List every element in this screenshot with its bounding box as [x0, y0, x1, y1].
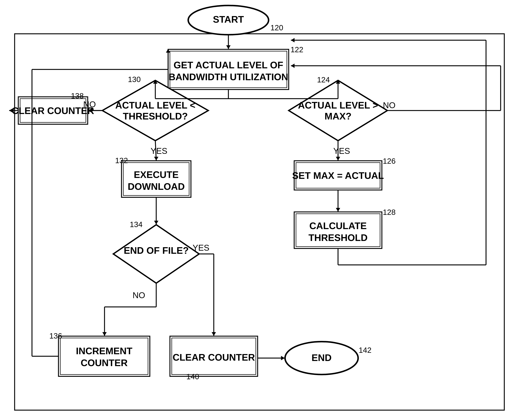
- yes-label-1: YES: [333, 146, 350, 156]
- clear-counter-138-label: CLEAR COUNTER: [12, 105, 94, 116]
- ref-138: 138: [71, 91, 84, 100]
- ref-142: 142: [359, 346, 371, 354]
- no-label-1: NO: [383, 100, 396, 110]
- actual-gt-max-line1: ACTUAL LEVEL >: [298, 100, 378, 111]
- ref-140: 140: [186, 372, 199, 381]
- calc-threshold-line2: THRESHOLD: [308, 232, 368, 243]
- end-of-file-label: END OF FILE?: [124, 245, 188, 256]
- get-actual-label-line2: BANDWIDTH UTILIZATION: [169, 72, 288, 82]
- yes-label-3: YES: [193, 243, 209, 253]
- diagram-container: START 120 GET ACTUAL LEVEL OF BANDWIDTH …: [0, 0, 518, 420]
- actual-lt-threshold-line2: THRESHOLD?: [123, 111, 188, 121]
- calc-threshold-line1: CALCULATE: [309, 220, 367, 231]
- clear-counter-140-label: CLEAR COUNTER: [173, 352, 255, 363]
- increment-counter-line1: INCREMENT: [76, 346, 132, 356]
- set-max-label: SET MAX = ACTUAL: [292, 170, 384, 181]
- actual-gt-max-line2: MAX?: [324, 111, 351, 121]
- svg-rect-15: [60, 338, 148, 375]
- yes-label-2: YES: [150, 146, 167, 156]
- ref-128: 128: [383, 208, 396, 217]
- ref-136: 136: [49, 332, 62, 340]
- no-label-3: NO: [133, 291, 145, 300]
- ref-130: 130: [128, 75, 141, 84]
- execute-download-line2: DOWNLOAD: [128, 181, 185, 192]
- get-actual-label-line1: GET ACTUAL LEVEL OF: [173, 60, 283, 70]
- ref-124: 124: [317, 75, 330, 84]
- start-label: START: [213, 14, 244, 25]
- execute-download-line1: EXECUTE: [134, 169, 179, 180]
- actual-lt-threshold-line1: ACTUAL LEVEL <: [115, 100, 195, 111]
- no-label-2: NO: [83, 100, 96, 109]
- end-label: END: [312, 352, 332, 363]
- ref-132: 132: [115, 156, 128, 165]
- ref-126: 126: [383, 157, 396, 165]
- ref-134: 134: [130, 220, 143, 229]
- ref-122: 122: [291, 45, 303, 54]
- ref-120: 120: [270, 23, 283, 32]
- increment-counter-line2: COUNTER: [81, 358, 128, 368]
